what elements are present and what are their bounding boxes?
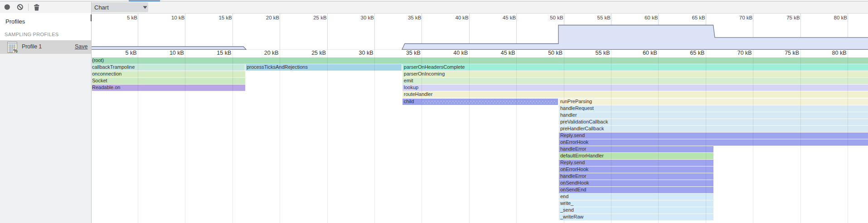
svg-text:%: % bbox=[13, 48, 18, 53]
